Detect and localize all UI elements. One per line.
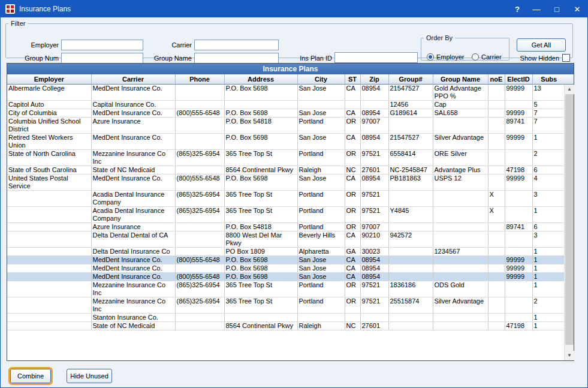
close-button[interactable]: ✕ [567, 1, 587, 17]
table-row[interactable]: Delta Dental Insurance CoPO Box 1809Alph… [7, 247, 564, 255]
scroll-down-icon[interactable]: ▼ [565, 351, 574, 360]
table-row[interactable]: Columbia Unified School DistrictAzure In… [7, 117, 564, 133]
table-row[interactable]: City of ColumbiaMedDent Insurance Co.(80… [7, 109, 564, 117]
table-cell: 90210 [360, 231, 388, 247]
table-row[interactable]: MedDent Insurance Co.(800)555-6548P.O. B… [7, 272, 564, 281]
table-cell: P.O. Box 5698 [224, 174, 297, 190]
table-cell: 08954 [360, 84, 388, 100]
table-cell: Y4845 [388, 206, 433, 222]
table-cell: ORE Silver [433, 149, 488, 166]
table-row[interactable]: Mezzanine Insurance Co Inc(865)325-69543… [7, 297, 564, 313]
table-row[interactable]: Azure InsuranceP.O. Box 54818PortlandOR9… [7, 222, 564, 231]
table-row[interactable]: Retired Steel Workers UnionMedDent Insur… [7, 133, 564, 149]
table-cell: 365 Tree Top St [224, 206, 297, 222]
table-cell: Mezzanine Insurance Co Inc [91, 297, 175, 313]
table-cell: (800)555-6548 [175, 174, 224, 190]
table-cell: 1 [532, 272, 564, 281]
table-cell: 08954 [360, 109, 388, 117]
table-cell [433, 190, 488, 206]
hide-unused-button[interactable]: Hide Unused [67, 369, 112, 383]
table-cell: 6 [532, 222, 564, 231]
table-cell: 4 [532, 174, 564, 190]
table-row[interactable]: Stanton Insurance Co.1 [7, 313, 564, 321]
combine-button[interactable]: Combine [10, 369, 51, 383]
table-row[interactable]: Mezzanine Insurance Co Inc(865)325-69543… [7, 281, 564, 297]
table-cell [488, 133, 505, 149]
help-button[interactable]: ? [508, 1, 526, 17]
table-row[interactable]: Delta Dental Dental of CA8800 West Del M… [7, 231, 564, 247]
table-row[interactable]: State of South CarolinaState of NC Medic… [7, 166, 564, 174]
table-cell: MedDent Insurance Co. [91, 84, 175, 100]
table-cell [433, 313, 488, 321]
table-cell: Portland [297, 297, 345, 313]
show-hidden-row: Show Hidden [459, 54, 570, 62]
table-cell: Acadia Dental Insurance Company [91, 206, 175, 222]
carrier-input[interactable] [194, 40, 279, 50]
group-name-input[interactable] [194, 53, 279, 64]
table-cell [175, 222, 224, 231]
table-cell: OR [345, 281, 360, 297]
get-all-button[interactable]: Get All [517, 38, 566, 52]
table-row[interactable]: State of NC Medicaid8564 Continental Pkw… [7, 321, 564, 330]
group-num-input[interactable] [61, 53, 143, 64]
table-cell [7, 247, 91, 255]
group-num-label: Group Num [10, 55, 59, 62]
scrollbar-thumb[interactable] [565, 94, 574, 345]
column-header: Carrier [91, 74, 175, 84]
table-cell [175, 321, 224, 330]
table-cell: Silver Advantage [433, 297, 488, 313]
table-row[interactable]: MedDent Insurance Co.(800)555-6548P.O. B… [7, 255, 564, 264]
table-cell: P.O. Box 5698 [224, 264, 297, 272]
table-row[interactable]: Capitol AutoCapital Insurance Co.12456Ca… [7, 100, 564, 109]
table-row[interactable]: United States Postal ServiceMedDent Insu… [7, 174, 564, 190]
show-hidden-checkbox[interactable] [562, 54, 570, 62]
table-row[interactable]: Acadia Dental Insurance Company(865)325-… [7, 190, 564, 206]
table-cell: 365 Tree Top St [224, 297, 297, 313]
table-cell: 99999 [505, 174, 532, 190]
table-cell [488, 321, 505, 330]
table-row[interactable]: MedDent Insurance Co.P.O. Box 5698San Jo… [7, 264, 564, 272]
table-cell [345, 313, 360, 321]
table-cell: CA [345, 231, 360, 247]
table-cell: 1 [532, 247, 564, 255]
table-cell [388, 313, 433, 321]
table-cell: 97007 [360, 222, 388, 231]
employer-input[interactable] [61, 40, 143, 50]
table-cell [7, 190, 91, 206]
table-cell: San Jose [297, 109, 345, 117]
titlebar[interactable]: Insurance Plans ? — □ ✕ [1, 1, 587, 17]
table-cell: Azure Insurance [91, 117, 175, 133]
table-row[interactable]: Acadia Dental Insurance Company(865)325-… [7, 206, 564, 222]
table-cell: (800)555-6548 [175, 255, 224, 264]
table-cell [345, 100, 360, 109]
column-header: City [297, 74, 345, 84]
table-cell [7, 264, 91, 272]
table-cell: 97521 [360, 297, 388, 313]
table-cell: Advantage Plus [433, 166, 488, 174]
vertical-scrollbar[interactable]: ▲ ▼ [564, 85, 574, 360]
column-header: Phone [175, 74, 224, 84]
table-cell: San Jose [297, 264, 345, 272]
minimize-button[interactable]: — [526, 1, 547, 17]
table-cell [505, 100, 532, 109]
table-cell: Columbia Unified School District [7, 117, 91, 133]
table-cell: 1 [532, 264, 564, 272]
column-header: Subs [532, 74, 564, 84]
table-cell: 7 [532, 117, 564, 133]
table-cell: 97521 [360, 190, 388, 206]
table-row[interactable]: State of North CarolinaMezzanine Insuran… [7, 149, 564, 166]
table-cell [297, 100, 345, 109]
table-cell: San Jose [297, 133, 345, 149]
table-cell: CA [345, 133, 360, 149]
ins-plan-id-input[interactable] [334, 52, 418, 63]
table-row[interactable]: Albermarle CollegeMedDent Insurance Co.P… [7, 84, 564, 100]
table-cell: 97007 [360, 117, 388, 133]
scroll-up-icon[interactable]: ▲ [565, 85, 574, 94]
table-cell: MedDent Insurance Co. [91, 174, 175, 190]
table-cell [488, 109, 505, 117]
group-name-label: Group Name [143, 55, 192, 62]
table-cell [360, 100, 388, 109]
table-cell [488, 297, 505, 313]
filter-legend: Filter [8, 20, 28, 27]
maximize-button[interactable]: □ [547, 1, 567, 17]
